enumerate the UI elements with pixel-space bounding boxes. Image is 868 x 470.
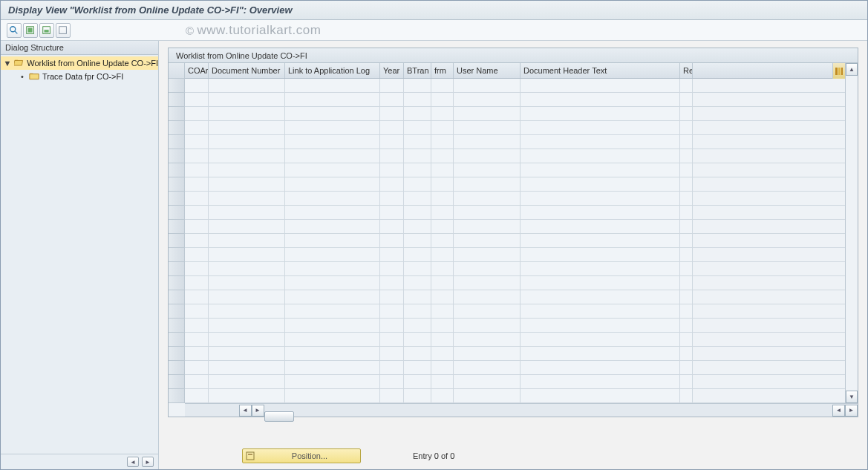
table-cell[interactable]: [380, 276, 404, 290]
table-cell[interactable]: [185, 149, 209, 163]
table-cell[interactable]: [185, 163, 209, 177]
row-header[interactable]: [169, 192, 184, 206]
table-cell[interactable]: [404, 319, 431, 332]
table-cell[interactable]: [431, 304, 454, 318]
table-cell[interactable]: [680, 290, 693, 304]
table-cell[interactable]: [209, 192, 285, 205]
table-cell[interactable]: [431, 290, 454, 304]
table-cell[interactable]: [209, 220, 285, 233]
table-cell[interactable]: [285, 248, 380, 261]
table-cell[interactable]: [209, 319, 285, 332]
table-cell[interactable]: [285, 290, 380, 304]
table-cell[interactable]: [380, 333, 404, 346]
table-cell[interactable]: [454, 163, 521, 177]
column-header[interactable]: Document Number: [209, 63, 285, 78]
tree-item-worklist[interactable]: ▼ Worklist from Online Update CO->FI: [1, 56, 158, 70]
table-cell[interactable]: [185, 304, 209, 318]
table-cell[interactable]: [431, 248, 454, 261]
table-cell[interactable]: [209, 135, 285, 148]
hscroll-left2-button[interactable]: ◄: [832, 405, 845, 417]
table-cell[interactable]: [521, 304, 680, 318]
table-cell[interactable]: [404, 389, 431, 402]
row-header[interactable]: [169, 149, 184, 163]
table-cell[interactable]: [680, 276, 693, 290]
table-cell[interactable]: [185, 79, 209, 92]
table-cell[interactable]: [454, 93, 521, 106]
table-cell[interactable]: [404, 234, 431, 247]
table-cell[interactable]: [680, 163, 693, 177]
table-cell[interactable]: [680, 234, 693, 247]
table-cell[interactable]: [431, 220, 454, 233]
row-header[interactable]: [169, 248, 184, 262]
row-header[interactable]: [169, 304, 184, 319]
table-cell[interactable]: [285, 347, 380, 360]
column-header[interactable]: Link to Application Log: [285, 63, 380, 78]
table-cell[interactable]: [454, 361, 521, 374]
table-cell[interactable]: [285, 206, 380, 219]
table-cell[interactable]: [404, 192, 431, 205]
table-cell[interactable]: [680, 135, 693, 148]
table-cell[interactable]: [521, 192, 680, 205]
table-cell[interactable]: [285, 163, 380, 177]
table-cell[interactable]: [454, 304, 521, 318]
table-cell[interactable]: [454, 375, 521, 388]
row-header[interactable]: [169, 163, 184, 177]
vertical-scrollbar[interactable]: ▲ ▼: [845, 63, 858, 403]
table-cell[interactable]: [209, 149, 285, 163]
table-cell[interactable]: [404, 290, 431, 304]
hscroll-right-button[interactable]: ►: [252, 405, 264, 417]
table-cell[interactable]: [285, 79, 380, 92]
table-cell[interactable]: [380, 347, 404, 360]
table-cell[interactable]: [454, 220, 521, 233]
column-header[interactable]: frm: [431, 63, 454, 78]
table-cell[interactable]: [680, 121, 693, 134]
table-cell[interactable]: [185, 361, 209, 374]
column-header[interactable]: COAr: [185, 63, 209, 78]
table-row[interactable]: [185, 135, 845, 149]
table-row[interactable]: [185, 319, 845, 333]
row-header[interactable]: [169, 121, 184, 135]
table-cell[interactable]: [454, 389, 521, 402]
table-cell[interactable]: [521, 347, 680, 360]
table-cell[interactable]: [521, 79, 680, 92]
row-header[interactable]: [169, 234, 184, 248]
table-cell[interactable]: [454, 347, 521, 360]
table-cell[interactable]: [680, 319, 693, 332]
table-cell[interactable]: [404, 220, 431, 233]
table-row[interactable]: [185, 276, 845, 290]
table-cell[interactable]: [454, 149, 521, 163]
table-cell[interactable]: [285, 107, 380, 120]
table-cell[interactable]: [285, 135, 380, 148]
table-cell[interactable]: [209, 206, 285, 219]
table-cell[interactable]: [431, 149, 454, 163]
table-cell[interactable]: [680, 248, 693, 261]
row-header[interactable]: [169, 319, 184, 333]
table-cell[interactable]: [209, 361, 285, 374]
table-cell[interactable]: [380, 107, 404, 120]
table-cell[interactable]: [185, 290, 209, 304]
table-row[interactable]: [185, 389, 845, 403]
table-cell[interactable]: [454, 177, 521, 191]
table-cell[interactable]: [209, 304, 285, 318]
table-cell[interactable]: [209, 93, 285, 106]
table-cell[interactable]: [454, 107, 521, 120]
scroll-down-button[interactable]: ▼: [846, 391, 858, 403]
deselect-all-button[interactable]: [56, 23, 71, 38]
table-cell[interactable]: [404, 177, 431, 191]
table-cell[interactable]: [209, 234, 285, 247]
table-cell[interactable]: [454, 276, 521, 290]
table-cell[interactable]: [454, 319, 521, 332]
table-cell[interactable]: [380, 135, 404, 148]
table-row[interactable]: [185, 347, 845, 361]
table-cell[interactable]: [680, 361, 693, 374]
table-cell[interactable]: [404, 304, 431, 318]
table-cell[interactable]: [521, 177, 680, 191]
table-cell[interactable]: [285, 304, 380, 318]
table-cell[interactable]: [521, 262, 680, 275]
table-cell[interactable]: [521, 163, 680, 177]
table-cell[interactable]: [454, 192, 521, 205]
table-cell[interactable]: [404, 149, 431, 163]
hscroll-thumb[interactable]: [264, 411, 294, 422]
table-cell[interactable]: [404, 262, 431, 275]
table-cell[interactable]: [285, 192, 380, 205]
